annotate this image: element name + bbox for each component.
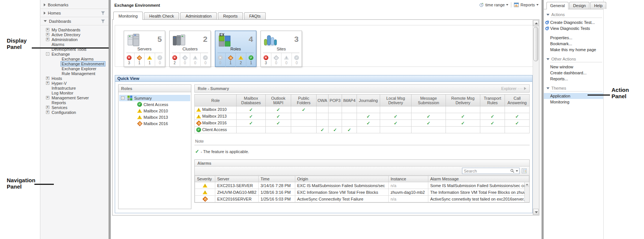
tile-status[interactable]: 1 xyxy=(134,53,145,67)
nav-tree-item[interactable]: + Administration xyxy=(40,37,108,42)
chevron-down-icon[interactable] xyxy=(516,170,518,172)
nav-tree-item[interactable]: + Configuration xyxy=(40,110,108,115)
feature-column-header[interactable]: Local Msg Delivery xyxy=(380,94,412,106)
tile-status[interactable]: 1 xyxy=(144,53,155,67)
nav-tree-item[interactable]: + Active Directory xyxy=(40,32,108,37)
action-panel-tab[interactable]: Design xyxy=(569,2,589,9)
tree-expander-icon[interactable]: + xyxy=(46,38,49,41)
feature-column-header[interactable]: Mailbox Databases xyxy=(237,94,266,106)
alarm-row[interactable]: EXC2016SERVER 1/25/16 5:03 PM ActiveSync… xyxy=(195,196,529,202)
alarm-column-header[interactable]: Instance xyxy=(389,176,428,182)
feature-row[interactable]: Mailbox 2016 ✓ ✓ ✓ ✓ ✓ xyxy=(195,120,530,127)
section-header[interactable]: Actions xyxy=(544,11,603,18)
tree-expander-icon[interactable]: + xyxy=(46,81,49,85)
tile-status[interactable]: 3 xyxy=(124,53,134,67)
feature-column-header[interactable]: Remote Msg Delivery xyxy=(446,94,480,106)
tile-status[interactable]: 0 xyxy=(180,53,190,67)
action-item[interactable]: Properties... xyxy=(544,35,603,41)
nav-tree-item[interactable]: Exchange Environment xyxy=(40,61,108,66)
feature-column-header[interactable]: Role xyxy=(195,94,237,106)
tile-status[interactable]: 0 xyxy=(215,53,225,67)
nav-section-dashboards[interactable]: Dashboards xyxy=(40,17,108,25)
nav-tree-item[interactable]: + My Dashboards xyxy=(40,27,108,32)
nav-tree-item[interactable]: Exchange Explorer xyxy=(40,66,108,71)
section-header[interactable]: Themes xyxy=(544,85,603,91)
tile-servers[interactable]: 5 Servers 3 1 xyxy=(124,31,165,67)
search-input[interactable] xyxy=(464,169,509,173)
alarm-column-header[interactable]: Origin xyxy=(295,176,389,182)
nav-tree-item[interactable]: + Hyper-V xyxy=(40,81,108,86)
dashboard-tab[interactable]: FAQts xyxy=(244,12,266,19)
alarm-row[interactable]: ZHUVM-DAG10-MB2 1/28/16 3:16 PM EXC Info… xyxy=(195,189,529,196)
tile-clusters[interactable]: 2 Clusters 2 0 xyxy=(169,31,211,67)
action-item[interactable]: Make this my home page xyxy=(544,47,603,53)
feature-column-header[interactable]: Journaling xyxy=(357,94,380,106)
feature-column-header[interactable]: Call Answering xyxy=(505,94,530,106)
theme-item[interactable]: Application xyxy=(544,93,603,99)
alarm-column-header[interactable]: Time xyxy=(259,176,295,182)
tile-status[interactable]: 3 xyxy=(261,53,271,67)
search-icon[interactable] xyxy=(510,169,515,173)
feature-column-header[interactable]: Message Submission xyxy=(412,94,446,106)
alarms-scrollbar[interactable] xyxy=(524,182,529,202)
section-header[interactable]: Other Actions xyxy=(544,56,603,62)
tile-status[interactable]: 0 xyxy=(292,53,302,67)
action-item[interactable]: Reports... xyxy=(544,76,603,82)
role-tree-item[interactable]: Mailbox 2010 xyxy=(119,108,190,114)
tile-status[interactable]: 2 xyxy=(235,53,246,67)
alarm-column-header[interactable]: Server xyxy=(215,176,259,182)
feature-column-header[interactable]: IMAP4 xyxy=(342,94,357,106)
table-customizer-icon[interactable] xyxy=(522,168,527,173)
filter-funnel-icon[interactable] xyxy=(101,11,105,15)
tile-status[interactable]: 0 xyxy=(190,53,200,67)
tree-expander-icon[interactable]: - xyxy=(46,52,49,56)
tile-status[interactable]: 0 xyxy=(271,53,281,67)
tree-expander-icon[interactable]: + xyxy=(46,96,49,99)
scroll-up-button[interactable] xyxy=(533,20,539,26)
nav-tree-item[interactable]: + Management Server xyxy=(40,95,108,100)
feature-column-header[interactable]: Transport Rules xyxy=(480,94,505,106)
tree-expander-icon[interactable]: + xyxy=(46,106,49,109)
tile-status[interactable]: 0 xyxy=(155,53,165,67)
tree-expander-icon[interactable]: + xyxy=(46,111,49,114)
tree-expander-icon[interactable]: - xyxy=(121,96,124,100)
time-range-control[interactable]: time range xyxy=(479,3,508,7)
role-tree-item[interactable]: - Summary xyxy=(119,95,190,101)
tree-expander-icon[interactable]: + xyxy=(46,28,49,31)
dashboard-tab[interactable]: Administration xyxy=(180,12,217,19)
tile-roles[interactable]: EX 4 Roles 0 1 xyxy=(215,31,256,67)
feature-row[interactable]: Mailbox 2013 ✓ ✓ ✓ ✓ ✓ xyxy=(195,113,530,120)
feature-row[interactable]: Mailbox 2010 ✓ ✓ ✓ xyxy=(195,106,530,113)
nav-tree-item[interactable]: Exchange Alarms xyxy=(40,56,108,61)
nav-tree-item[interactable]: Log Monitor xyxy=(40,90,108,95)
nav-tree-item[interactable]: Reports xyxy=(40,100,108,105)
nav-tree-item[interactable]: Infrastructure xyxy=(40,86,108,90)
role-tree-item[interactable]: Mailbox 2013 xyxy=(119,114,190,120)
scroll-down-button[interactable] xyxy=(533,209,539,215)
action-item[interactable]: View Diagnostic Tests xyxy=(544,25,603,31)
tile-status[interactable]: 1 xyxy=(225,53,236,67)
action-item[interactable]: New window xyxy=(544,64,603,70)
feature-column-header[interactable]: Public Folders xyxy=(291,94,317,106)
tile-sites[interactable]: 3 Sites 3 0 xyxy=(261,31,302,67)
feature-column-header[interactable]: Outlook MAPI xyxy=(266,94,291,106)
tile-status[interactable]: 0 xyxy=(200,53,211,67)
tree-expander-icon[interactable]: + xyxy=(46,33,49,36)
tile-status[interactable]: 2 xyxy=(170,53,180,67)
alarm-column-header[interactable]: Severity xyxy=(195,176,215,182)
feature-column-header[interactable]: POP3 xyxy=(329,94,342,106)
nav-tree-item[interactable]: Rule Management xyxy=(40,71,108,76)
vertical-scrollbar[interactable] xyxy=(533,20,539,215)
role-tree-item[interactable]: Mailbox 2016 xyxy=(119,120,190,127)
theme-item[interactable]: Monitoring xyxy=(544,99,603,105)
action-item[interactable]: Bookmark... xyxy=(544,41,603,47)
dashboard-tab[interactable]: Health Check xyxy=(144,12,179,19)
dashboard-tab[interactable]: Monitoring xyxy=(113,12,143,20)
nav-tree-item[interactable]: + Services xyxy=(40,105,108,110)
reports-control[interactable]: Reports xyxy=(514,3,539,7)
action-item[interactable]: Create dashboard... xyxy=(544,70,603,76)
feature-column-header[interactable]: OWA xyxy=(317,94,329,106)
tile-status[interactable]: 1 xyxy=(246,53,256,67)
action-item[interactable]: Create Diagnostic Test... xyxy=(544,19,603,25)
explorer-link[interactable]: Explorer ··· xyxy=(501,86,526,91)
